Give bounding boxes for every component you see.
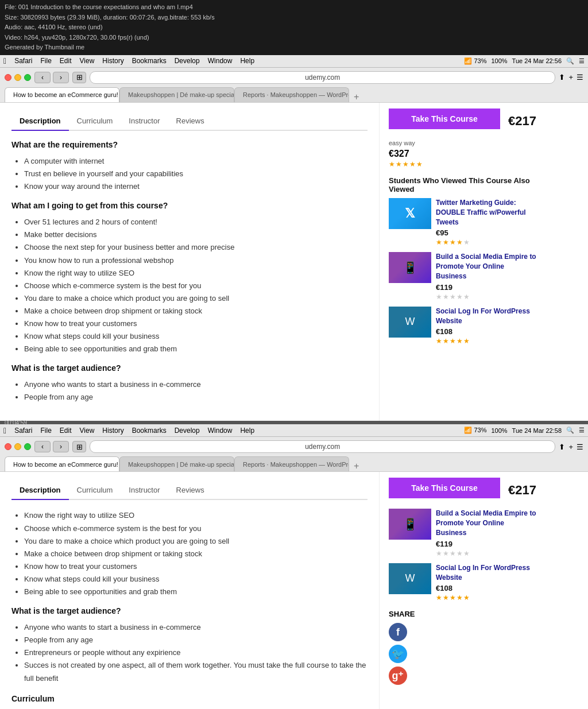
- facebook-share-button[interactable]: f: [389, 623, 407, 641]
- requirement-item-3: Know your way around the internet: [24, 180, 368, 193]
- address-bar-1[interactable]: udemy.com: [90, 71, 555, 84]
- requirement-item-2: Trust en believe in yourself and your ca…: [24, 168, 368, 180]
- get-item-5: Know the right way to utilize SEO: [24, 267, 368, 280]
- cont-item-2: Choose which e-commerce system is the be…: [24, 522, 368, 535]
- twitter-share-button[interactable]: 🐦: [389, 645, 407, 663]
- menu-history[interactable]: History: [102, 57, 123, 65]
- course-card-twitter[interactable]: 𝕏 Twitter Marketing Guide: DOUBLE Traffi…: [389, 198, 536, 246]
- course-title-wordpress: Social Log In For WordPress Website: [436, 307, 536, 326]
- menu2-help[interactable]: Help: [240, 427, 254, 435]
- menu2-history[interactable]: History: [102, 427, 123, 435]
- tab-3[interactable]: Reports · Makeupshoppen — WordPress: [234, 87, 349, 102]
- get-item-10: Know what steps could kill your business: [24, 330, 368, 343]
- tab-b2-3[interactable]: Reports · Makeupshoppen — WordPress: [234, 456, 349, 471]
- forward-button-2[interactable]: ›: [53, 441, 69, 452]
- menu-window[interactable]: Window: [208, 57, 233, 65]
- close-button-2[interactable]: [5, 443, 11, 450]
- google-share-button[interactable]: g⁺: [389, 667, 407, 685]
- course-stars-social-2: ★★★★★: [436, 549, 536, 557]
- course-stars-wordpress-2: ★★★★★: [436, 594, 536, 602]
- course-info-wordpress: Social Log In For WordPress Website €108…: [436, 307, 536, 346]
- menu2-window[interactable]: Window: [208, 427, 233, 435]
- menu2-develop[interactable]: Develop: [175, 427, 200, 435]
- new-tab-button-1[interactable]: +: [349, 92, 363, 102]
- easy-way-label: easy way: [389, 140, 536, 146]
- back-button-1[interactable]: ‹: [34, 72, 51, 83]
- minimize-button-2[interactable]: [14, 443, 21, 450]
- tab2-description[interactable]: Description: [11, 481, 69, 500]
- menu2-bookmarks[interactable]: Bookmarks: [132, 427, 167, 435]
- apple-menu[interactable]: : [3, 56, 6, 65]
- tab2-curriculum[interactable]: Curriculum: [69, 481, 121, 500]
- address-bar-2[interactable]: udemy.com: [90, 440, 555, 453]
- tab-reviews-1[interactable]: Reviews: [168, 112, 212, 131]
- also-viewed-heading: Students Who Viewed This Course Also Vie…: [389, 176, 536, 193]
- menu2-view[interactable]: View: [80, 427, 95, 435]
- share-icon-1[interactable]: ⬆: [559, 73, 565, 82]
- sidebar-icon-2[interactable]: ☰: [577, 443, 583, 451]
- add-tab-icon-1[interactable]: +: [568, 73, 573, 82]
- tab-description-1[interactable]: Description: [11, 112, 69, 131]
- browser-chrome-1: ‹ › ⊞ udemy.com ⬆ + ☰ How to become an e…: [0, 68, 588, 103]
- close-button-1[interactable]: [5, 74, 11, 81]
- course-price-2: €217: [508, 483, 536, 498]
- course-thumb-twitter: 𝕏: [389, 198, 431, 229]
- new-tab-button-2[interactable]: +: [349, 461, 363, 471]
- course-stars-twitter: ★★★★★: [436, 238, 536, 246]
- maximize-button-2[interactable]: [24, 443, 31, 450]
- target-audience-list-partial: Anyone who wants to start a business in …: [11, 378, 368, 404]
- sidebar-icon-1[interactable]: ☰: [577, 73, 583, 82]
- menu-edit[interactable]: Edit: [60, 57, 72, 65]
- tab-2[interactable]: Makeupshoppen | Dé make-up specialist! |…: [119, 87, 234, 102]
- tab-curriculum-1[interactable]: Curriculum: [69, 112, 121, 131]
- course-card-social[interactable]: 📱 Build a Social Media Empire to Promote…: [389, 252, 536, 300]
- cont-item-7: Being able to see opportunities and grab…: [24, 586, 368, 598]
- menu-view[interactable]: View: [80, 57, 95, 65]
- video-line-4: Video: h264, yuv420p, 1280x720, 30.00 fp…: [5, 33, 583, 43]
- menu-file[interactable]: File: [40, 57, 51, 65]
- menu-help[interactable]: Help: [240, 57, 254, 65]
- take-course-button-1[interactable]: Take This Course: [389, 109, 500, 129]
- forward-button-1[interactable]: ›: [53, 72, 69, 83]
- tab2-reviews[interactable]: Reviews: [168, 481, 212, 500]
- menu-develop[interactable]: Develop: [175, 57, 200, 65]
- menu-bookmarks[interactable]: Bookmarks: [132, 57, 167, 65]
- course-thumb-wordpress-2: W: [389, 563, 431, 594]
- browser-tabs-2: How to become an eCommerce guru! - the c…: [5, 456, 583, 471]
- share-icon-2[interactable]: ⬆: [559, 443, 565, 451]
- course-price-wordpress: €108: [436, 327, 536, 336]
- tab-1-active[interactable]: How to become an eCommerce guru! - the c…: [5, 87, 119, 102]
- show-tabs-button-1[interactable]: ⊞: [72, 72, 86, 83]
- course-stars-social: ★★★★★: [436, 293, 536, 301]
- tab2-instructor[interactable]: Instructor: [121, 481, 168, 500]
- traffic-lights-1: [5, 74, 31, 81]
- menu2-file[interactable]: File: [40, 427, 51, 435]
- tab-instructor-1[interactable]: Instructor: [121, 112, 168, 131]
- show-tabs-button-2[interactable]: ⊞: [72, 441, 86, 452]
- take-course-button-2[interactable]: Take This Course: [389, 478, 500, 498]
- menu2-edit[interactable]: Edit: [60, 427, 72, 435]
- get-item-11: Being able to see opportunities and grab…: [24, 343, 368, 355]
- requirements-list: A computer with internet Trust en believ…: [11, 155, 368, 193]
- tab-b2-2[interactable]: Makeupshoppen | Dé make-up specialist! |…: [119, 456, 234, 471]
- requirement-item-1: A computer with internet: [24, 155, 368, 168]
- cont-item-4: Make a choice between drop shipment or t…: [24, 548, 368, 560]
- back-button-2[interactable]: ‹: [34, 441, 51, 452]
- tab-b2-1-active[interactable]: How to become an eCommerce guru! - the c…: [5, 456, 119, 471]
- get-item-1: Over 51 lectures and 2 hours of content!: [24, 216, 368, 228]
- add-tab-icon-2[interactable]: +: [568, 443, 573, 451]
- menu-safari[interactable]: Safari: [14, 57, 32, 65]
- course-card-wordpress[interactable]: W Social Log In For WordPress Website €1…: [389, 307, 536, 346]
- course-info-wordpress-2: Social Log In For WordPress Website €108…: [436, 563, 536, 602]
- course-thumb-wordpress: W: [389, 307, 431, 338]
- page-content-2: Description Curriculum Instructor Review…: [0, 472, 588, 709]
- course-card-wordpress-2[interactable]: W Social Log In For WordPress Website €1…: [389, 563, 536, 602]
- course-title-twitter: Twitter Marketing Guide: DOUBLE Traffic …: [436, 198, 536, 227]
- minimize-button-1[interactable]: [14, 74, 21, 81]
- menu2-safari[interactable]: Safari: [14, 427, 32, 435]
- target-list-2: Anyone who wants to start a business in …: [11, 621, 368, 684]
- maximize-button-1[interactable]: [24, 74, 31, 81]
- price-header-1: Take This Course €217: [389, 109, 536, 134]
- apple-menu-2[interactable]: : [3, 426, 6, 435]
- course-card-social-2[interactable]: 📱 Build a Social Media Empire to Promote…: [389, 509, 536, 557]
